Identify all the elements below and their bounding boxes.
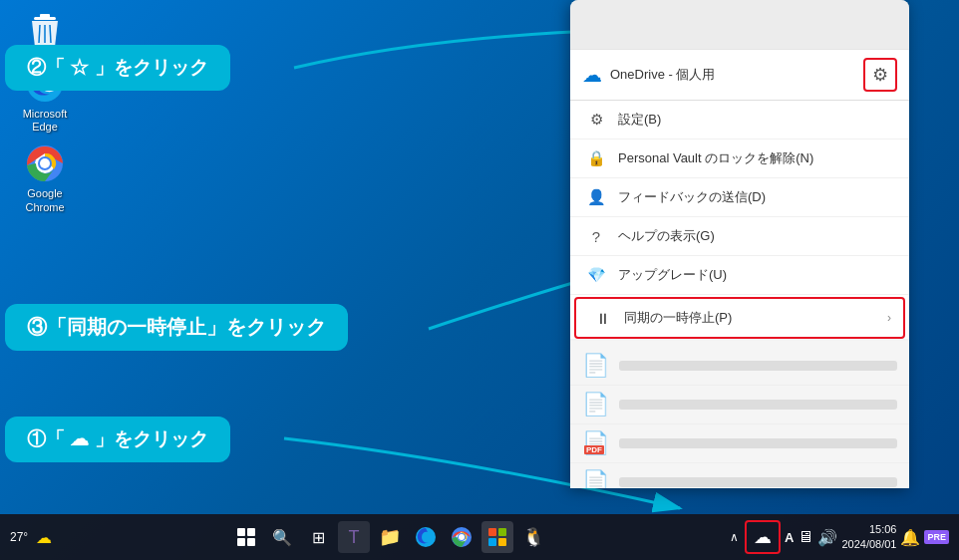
taskbar-chrome-button[interactable]: [446, 521, 478, 553]
onedrive-title: OneDrive - 個人用: [610, 66, 715, 84]
chrome-label: Google Chrome: [10, 187, 80, 213]
menu-item-settings[interactable]: ⚙ 設定(B): [570, 101, 909, 140]
display-settings-button[interactable]: 🖥: [798, 528, 813, 546]
clock-area[interactable]: 15:06 2024/08/01: [841, 522, 896, 553]
svg-rect-20: [488, 538, 496, 546]
taskbar-edge-button[interactable]: [410, 521, 442, 553]
keyboard-indicator: A: [785, 530, 794, 545]
onedrive-header: ☁ OneDrive - 個人用 ⚙: [570, 50, 909, 101]
svg-point-9: [40, 158, 50, 168]
menu-item-help[interactable]: ? ヘルプの表示(G): [570, 217, 909, 256]
svg-point-17: [459, 534, 465, 540]
notification-button[interactable]: 🔔: [900, 528, 920, 547]
taskbar-office-button[interactable]: [481, 521, 513, 553]
annotation-bubble-3: ③「同期の一時停止」をクリック: [5, 304, 348, 351]
google-chrome-icon[interactable]: Google Chrome: [10, 143, 80, 213]
menu-item-feedback[interactable]: 👤 フィードバックの送信(D): [570, 178, 909, 217]
taskbar-ubuntu-button[interactable]: 🐧: [517, 521, 549, 553]
settings-label: 設定(B): [618, 111, 661, 129]
file-item-3: 📄: [570, 463, 909, 488]
edge-label: Microsoft Edge: [10, 108, 80, 134]
file-doc-icon-1: 📄: [582, 353, 609, 379]
system-tray-expand-button[interactable]: ∧: [728, 530, 741, 544]
file-doc-icon-2: 📄: [582, 392, 609, 418]
upgrade-icon: 💎: [586, 266, 606, 284]
menu-item-upgrade[interactable]: 💎 アップグレード(U): [570, 256, 909, 295]
pre-badge[interactable]: PRE: [924, 530, 949, 544]
taskbar-onedrive-button[interactable]: ☁: [745, 520, 781, 554]
menu-item-sync-pause[interactable]: ⏸ 同期の一時停止(P) ›: [574, 297, 905, 339]
desktop: Microsoft Edge Google Chrome ②「 ☆ 」をクリック: [0, 0, 959, 560]
temperature-display: 27°: [10, 530, 28, 544]
file-item-pdf: 📄 PDF: [570, 424, 909, 463]
taskbar-search-button[interactable]: 🔍: [266, 521, 298, 553]
weather-icon: ☁: [36, 528, 52, 547]
taskbar: 27° ☁ 🔍 ⊞ T: [0, 514, 959, 560]
taskbar-right-area: ∧ ☁ A 🖥 🔊 15:06 2024/08/01 🔔 PRE: [728, 520, 949, 554]
file-item-1: 📄: [570, 347, 909, 386]
upgrade-label: アップグレード(U): [618, 266, 727, 284]
onedrive-menu: ⚙ 設定(B) 🔒 Personal Vault のロックを解除(N) 👤 フィ…: [570, 101, 909, 339]
onedrive-cloud-icon: ☁: [582, 63, 602, 87]
taskbar-explorer-button[interactable]: 📁: [374, 521, 406, 553]
windows-start-button[interactable]: [230, 521, 262, 553]
svg-line-4: [50, 25, 51, 43]
taskbar-taskview-button[interactable]: ⊞: [302, 521, 334, 553]
file-list-area: 📄 📄 📄 PDF 📄 🖼️: [570, 341, 909, 488]
svg-rect-18: [488, 528, 496, 536]
menu-item-vault[interactable]: 🔒 Personal Vault のロックを解除(N): [570, 140, 909, 178]
annotation-bubble-2: ②「 ☆ 」をクリック: [5, 45, 230, 91]
feedback-label: フィードバックの送信(D): [618, 188, 766, 206]
chevron-right-icon: ›: [887, 311, 891, 325]
vault-label: Personal Vault のロックを解除(N): [618, 149, 813, 167]
help-icon: ?: [586, 228, 606, 245]
svg-line-2: [39, 25, 40, 43]
sync-pause-label: 同期の一時停止(P): [624, 309, 732, 327]
pause-icon: ⏸: [592, 310, 612, 327]
settings-icon: ⚙: [586, 111, 606, 129]
help-label: ヘルプの表示(G): [618, 227, 715, 245]
annotation-bubble-1: ①「 ☁ 」をクリック: [5, 417, 230, 462]
svg-rect-19: [498, 528, 506, 536]
taskbar-teams-button[interactable]: T: [338, 521, 370, 553]
svg-rect-21: [498, 538, 506, 546]
file-doc-icon-3: 📄: [582, 469, 609, 488]
onedrive-panel: ☁ OneDrive - 個人用 ⚙ ⚙ 設定(B) 🔒 Personal Va…: [570, 0, 909, 488]
sound-button[interactable]: 🔊: [817, 528, 837, 547]
gear-button[interactable]: ⚙: [863, 58, 897, 92]
file-item-2: 📄: [570, 386, 909, 424]
desktop-icons: Microsoft Edge Google Chrome: [10, 0, 80, 214]
svg-rect-1: [40, 14, 50, 18]
vault-icon: 🔒: [586, 149, 606, 167]
feedback-icon: 👤: [586, 188, 606, 206]
